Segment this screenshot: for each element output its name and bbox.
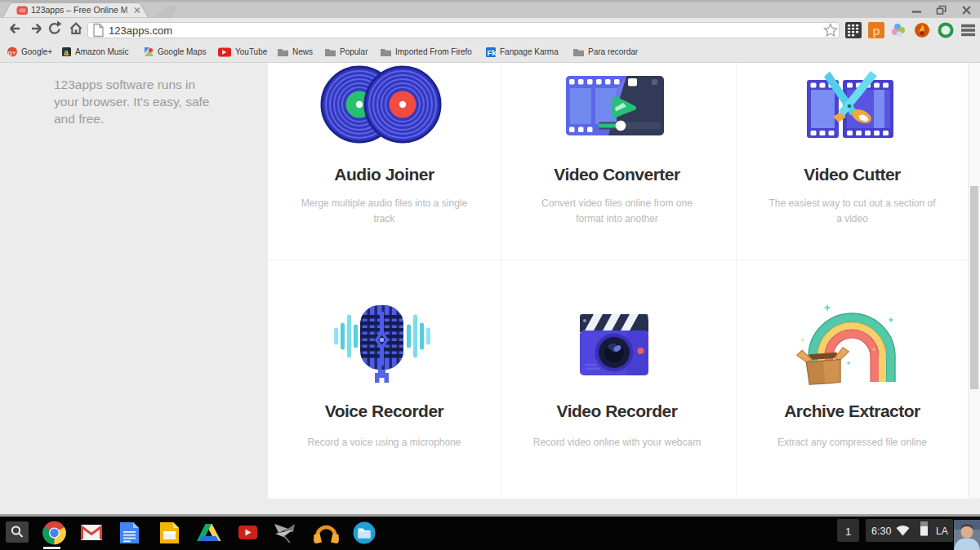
svg-text:Fk: Fk [488,48,497,57]
svg-text:p: p [873,24,880,38]
svg-text:Google Maps: Google Maps [158,47,206,56]
svg-text:YouTube: YouTube [235,47,268,56]
svg-text:Amazon Music: Amazon Music [75,47,129,56]
svg-text:123apps – Free Online M: 123apps – Free Online M [31,5,127,15]
svg-text:Imported From Firefo: Imported From Firefo [395,47,472,56]
svg-text:Para recordar: Para recordar [588,47,639,56]
svg-text:1: 1 [845,526,851,538]
svg-text:LA: LA [936,526,948,537]
svg-text:Google+: Google+ [21,47,52,56]
svg-text:Popular: Popular [340,47,368,56]
svg-text:Fanpage Karma: Fanpage Karma [500,47,559,56]
svg-text:News: News [292,47,313,56]
svg-text:g+: g+ [8,49,16,57]
svg-text:6:30: 6:30 [871,526,891,537]
